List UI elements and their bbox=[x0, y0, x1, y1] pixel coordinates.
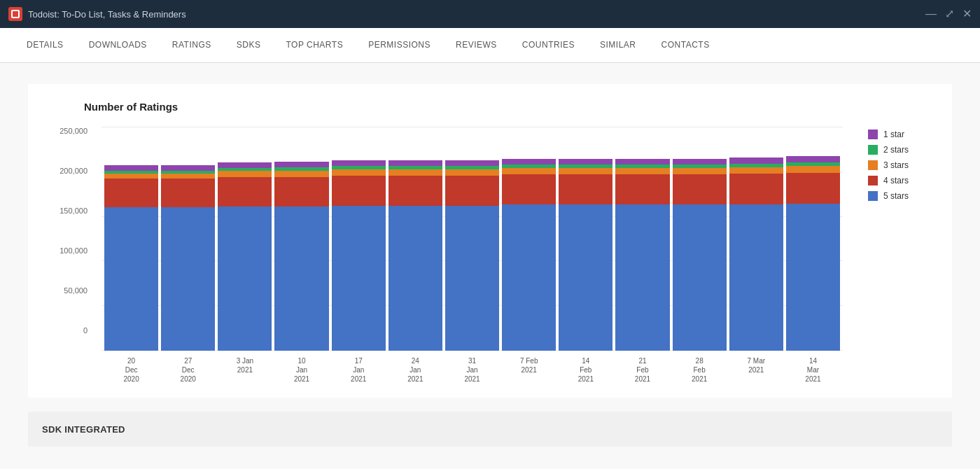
titlebar: Todoist: To-Do List, Tasks & Reminders —… bbox=[0, 0, 980, 28]
legend-label-5stars: 5 stars bbox=[883, 191, 909, 201]
bar-segment-0 bbox=[502, 204, 556, 351]
bar-stack-2 bbox=[218, 162, 272, 351]
bar-group-4 bbox=[332, 127, 386, 351]
bar-segment-4 bbox=[786, 156, 840, 162]
bar-segment-2 bbox=[729, 167, 783, 174]
legend-item-3stars: 3 stars bbox=[868, 160, 938, 170]
bar-segment-0 bbox=[615, 204, 669, 351]
bar-segment-2 bbox=[274, 171, 328, 177]
y-label-50k: 50,000 bbox=[64, 286, 88, 295]
legend-color-1star bbox=[868, 130, 878, 139]
x-labels: 20 Dec 202027 Dec 20203 Jan 202110 Jan 2… bbox=[102, 351, 843, 384]
bar-segment-0 bbox=[445, 206, 499, 351]
legend-color-4stars bbox=[868, 176, 878, 186]
bar-group-2 bbox=[218, 127, 272, 351]
bar-segment-2 bbox=[559, 168, 612, 174]
legend-item-2stars: 2 stars bbox=[868, 145, 938, 155]
legend-label-1star: 1 star bbox=[883, 130, 904, 139]
bar-segment-2 bbox=[332, 169, 386, 176]
bar-segment-0 bbox=[729, 204, 783, 351]
bar-group-6 bbox=[445, 127, 499, 351]
bar-segment-1 bbox=[274, 177, 328, 206]
bar-segment-0 bbox=[786, 204, 840, 351]
bar-segment-1 bbox=[104, 178, 158, 207]
legend-item-1star: 1 star bbox=[868, 130, 938, 139]
bar-stack-1 bbox=[161, 165, 215, 351]
nav-item-downloads[interactable]: DOWNLOADS bbox=[76, 28, 160, 62]
bar-segment-0 bbox=[104, 207, 158, 351]
app-icon-inner bbox=[11, 10, 20, 18]
nav-item-countries[interactable]: COUNTRIES bbox=[510, 28, 587, 62]
bar-group-9 bbox=[615, 127, 669, 351]
bars-container bbox=[102, 127, 843, 351]
bar-stack-8 bbox=[559, 159, 612, 351]
x-label-1: 27 Dec 2020 bbox=[161, 356, 215, 384]
bar-segment-4 bbox=[104, 165, 158, 171]
maximize-button[interactable]: ⤢ bbox=[945, 8, 954, 20]
bar-stack-0 bbox=[104, 165, 158, 351]
bar-segment-4 bbox=[161, 165, 215, 171]
nav-item-sdks[interactable]: SDKs bbox=[224, 28, 274, 62]
sdk-section: SDK INTEGRATED bbox=[28, 412, 952, 447]
titlebar-controls: — ⤢ ✕ bbox=[925, 8, 972, 20]
bar-stack-6 bbox=[445, 160, 499, 351]
bar-group-7 bbox=[502, 127, 556, 351]
bar-stack-3 bbox=[274, 162, 328, 351]
x-label-10: 28 Feb 2021 bbox=[673, 356, 727, 384]
bar-segment-2 bbox=[615, 168, 669, 174]
bar-stack-9 bbox=[615, 159, 669, 351]
bar-segment-1 bbox=[218, 177, 272, 206]
nav-item-top-charts[interactable]: TOP CHARTS bbox=[273, 28, 356, 62]
x-label-3: 10 Jan 2021 bbox=[274, 356, 328, 384]
bar-segment-1 bbox=[673, 174, 727, 205]
minimize-button[interactable]: — bbox=[925, 8, 937, 20]
legend-item-5stars: 5 stars bbox=[868, 191, 938, 201]
bar-segment-1 bbox=[729, 174, 783, 204]
x-label-6: 31 Jan 2021 bbox=[445, 356, 499, 384]
bar-segment-4 bbox=[388, 160, 442, 166]
bar-segment-4 bbox=[559, 159, 612, 164]
x-label-11: 7 Mar 2021 bbox=[729, 356, 783, 384]
nav-item-ratings[interactable]: RATINGS bbox=[160, 28, 224, 62]
nav-item-reviews[interactable]: REVIEWS bbox=[443, 28, 510, 62]
legend-label-3stars: 3 stars bbox=[883, 160, 909, 170]
bar-segment-1 bbox=[161, 178, 215, 207]
nav-item-similar[interactable]: SIMILAR bbox=[587, 28, 649, 62]
bar-segment-4 bbox=[729, 158, 783, 164]
sdk-title: SDK INTEGRATED bbox=[42, 424, 125, 435]
bar-group-0 bbox=[104, 127, 158, 351]
bar-segment-1 bbox=[502, 174, 556, 205]
bar-segment-4 bbox=[502, 159, 556, 164]
nav-item-permissions[interactable]: PERMISSIONS bbox=[356, 28, 443, 62]
bar-segment-1 bbox=[332, 176, 386, 206]
legend-label-4stars: 4 stars bbox=[883, 176, 909, 186]
legend-color-5stars bbox=[868, 191, 878, 201]
bar-group-1 bbox=[161, 127, 215, 351]
titlebar-left: Todoist: To-Do List, Tasks & Reminders bbox=[8, 7, 186, 21]
bar-segment-1 bbox=[615, 174, 669, 205]
chart-title: Number of Ratings bbox=[84, 101, 938, 113]
y-label-100k: 100,000 bbox=[59, 246, 88, 255]
nav-item-contacts[interactable]: CONTACTS bbox=[649, 28, 722, 62]
nav-item-details[interactable]: DETAILS bbox=[14, 28, 76, 62]
bar-stack-10 bbox=[673, 159, 727, 351]
bar-segment-0 bbox=[559, 204, 612, 351]
close-button[interactable]: ✕ bbox=[962, 8, 972, 20]
x-label-12: 14 Mar 2021 bbox=[786, 356, 840, 384]
bar-segment-1 bbox=[445, 176, 499, 206]
bar-segment-2 bbox=[786, 166, 840, 173]
titlebar-title: Todoist: To-Do List, Tasks & Reminders bbox=[28, 9, 186, 20]
bar-segment-0 bbox=[274, 206, 328, 351]
x-label-7: 7 Feb 2021 bbox=[502, 356, 556, 384]
x-label-0: 20 Dec 2020 bbox=[104, 356, 158, 384]
y-label-200k: 200,000 bbox=[59, 167, 88, 175]
bar-stack-7 bbox=[502, 159, 556, 351]
x-label-9: 21 Feb 2021 bbox=[615, 356, 669, 384]
bar-segment-1 bbox=[388, 176, 442, 206]
y-label-250k: 250,000 bbox=[59, 127, 88, 135]
bar-segment-4 bbox=[274, 162, 328, 167]
bar-segment-2 bbox=[673, 168, 727, 174]
chart-legend: 1 star 2 stars 3 stars 4 stars 5 stars bbox=[868, 127, 938, 384]
bar-segment-4 bbox=[218, 162, 272, 168]
x-label-5: 24 Jan 2021 bbox=[388, 356, 442, 384]
